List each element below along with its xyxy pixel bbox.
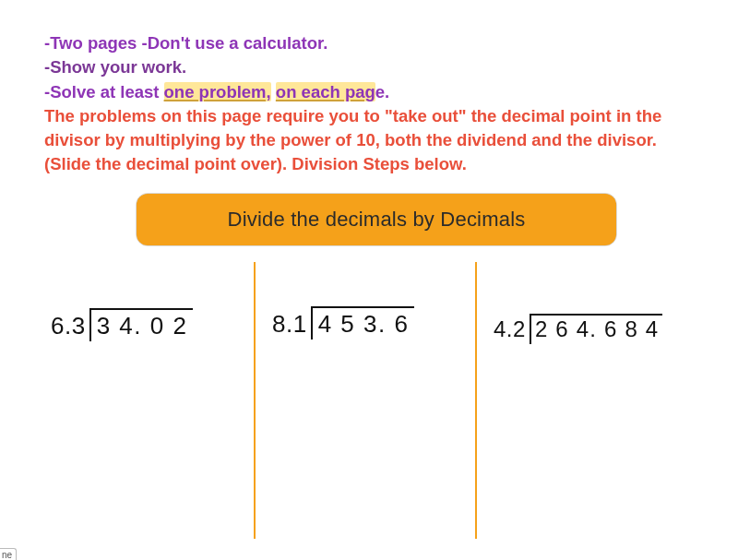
column-divider-1 [254,262,256,539]
division-problem-1: 6.33 4. 0 2 [51,308,193,341]
instructions-block: -Two pages -Don't use a calculator. -Sho… [44,31,699,177]
divisor-3: 4.2 [494,318,531,340]
long-division-bracket-1: 3 4. 0 2 [91,308,194,341]
instruction-red-block: The problems on this page require you to… [44,106,661,174]
corner-tab: ne [0,548,17,560]
long-division-bracket-3: 2 6 4. 6 8 4 [531,314,663,344]
dividend-1: 3 4. 0 2 [97,312,188,340]
divisor-1: 6.3 [51,314,91,338]
column-divider-2 [475,262,477,539]
instruction-highlight-1: one problem, [164,82,271,101]
division-problem-3: 4.22 6 4. 6 8 4 [494,314,662,344]
dividend-2: 4 5 3. 6 [318,310,410,338]
instruction-highlight-2: on each pag [276,82,375,101]
long-division-bracket-2: 4 5 3. 6 [313,306,415,340]
instruction-line-2: -Show your work. [44,57,186,77]
division-problem-2: 8.14 5 3. 6 [272,306,414,340]
instruction-line-3-pre: -Solve at least [44,82,164,101]
dividend-3: 2 6 4. 6 8 4 [535,316,660,341]
instruction-line-3-post: e. [375,82,389,101]
section-title-bar: Divide the decimals by Decimals [137,194,616,245]
section-title-text: Divide the decimals by Decimals [228,208,526,232]
instruction-line-1: -Two pages -Don't use a calculator. [44,33,327,53]
problems-area: 6.33 4. 0 2 8.14 5 3. 6 4.22 6 4. 6 8 4 [0,262,738,557]
divisor-2: 8.1 [272,312,313,336]
worksheet-page: -Two pages -Don't use a calculator. -Sho… [0,0,738,560]
